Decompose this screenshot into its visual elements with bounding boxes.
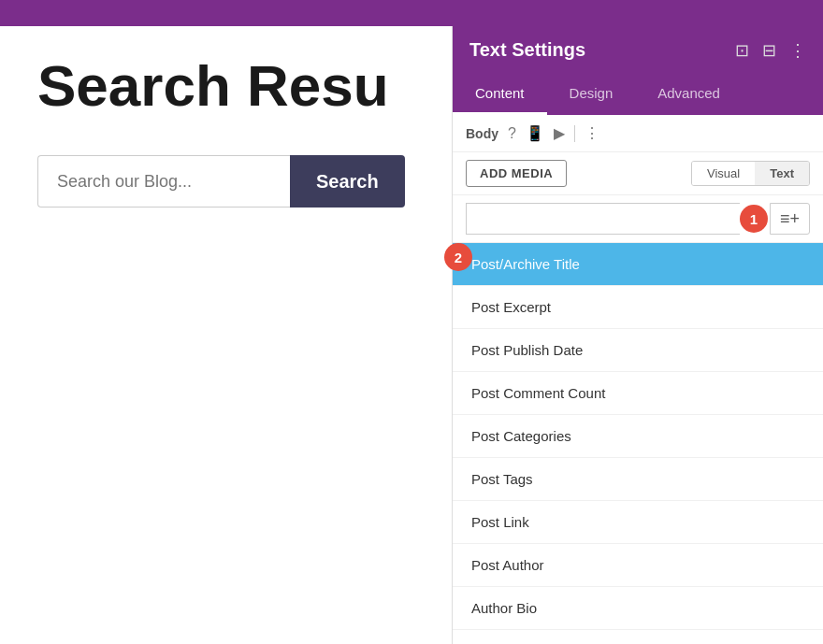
toolbar-separator xyxy=(574,125,575,142)
search-bar: Search xyxy=(37,155,412,208)
list-item[interactable]: Author Bio xyxy=(453,587,823,630)
page-title: Search Resu xyxy=(37,54,412,118)
text-input-row: 1 ≡+ xyxy=(453,195,823,243)
step-1-badge: 1 xyxy=(740,205,768,233)
list-item[interactable]: Post Tags xyxy=(453,458,823,501)
more-options-icon[interactable]: ⋮ xyxy=(585,124,599,142)
panel-title: Text Settings xyxy=(469,39,585,61)
visual-tab[interactable]: Visual xyxy=(692,162,755,185)
help-icon[interactable]: ? xyxy=(508,125,516,142)
panel-header-icons: ⊡ ⊟ ⋮ xyxy=(735,40,806,61)
text-input-field[interactable] xyxy=(466,203,740,235)
list-item[interactable]: Post Link xyxy=(453,501,823,544)
tab-design[interactable]: Design xyxy=(547,74,636,115)
list-item[interactable]: Post Excerpt xyxy=(453,286,823,329)
panel-body: Body ? 📱 ▶ ⋮ ADD MEDIA Visual Text xyxy=(453,115,823,644)
fullscreen-icon[interactable]: ⊡ xyxy=(735,40,749,61)
insert-dynamic-tag-button[interactable]: ≡+ xyxy=(770,203,810,235)
page-content: Search Resu Search xyxy=(0,26,449,644)
editor-toolbar: ADD MEDIA Visual Text xyxy=(453,152,823,195)
list-item[interactable]: Post Categories xyxy=(453,415,823,458)
split-icon[interactable]: ⊟ xyxy=(762,40,776,61)
tab-advanced[interactable]: Advanced xyxy=(635,74,743,115)
toolbar-row: Body ? 📱 ▶ ⋮ xyxy=(453,115,823,152)
dropdown-list: Post/Archive Title Post Excerpt Post Pub… xyxy=(453,243,823,644)
add-media-button[interactable]: ADD MEDIA xyxy=(466,160,567,187)
panel-tabs: Content Design Advanced xyxy=(453,74,823,115)
tag-icon: ≡+ xyxy=(780,209,800,229)
search-input[interactable] xyxy=(37,155,290,208)
toolbar-label: Body xyxy=(466,126,498,141)
list-item[interactable]: Post Author xyxy=(453,544,823,587)
editor-view-tabs: Visual Text xyxy=(691,161,810,186)
search-button[interactable]: Search xyxy=(290,155,405,208)
more-icon[interactable]: ⋮ xyxy=(789,40,806,61)
tab-content[interactable]: Content xyxy=(453,74,547,115)
top-bar xyxy=(0,0,823,26)
list-item[interactable]: Post Publish Date xyxy=(453,329,823,372)
settings-panel: Text Settings ⊡ ⊟ ⋮ Content Design Advan… xyxy=(452,26,823,644)
list-item[interactable]: Post/Archive Title xyxy=(453,243,823,286)
text-tab[interactable]: Text xyxy=(755,162,809,185)
list-item[interactable]: Post Comment Count xyxy=(453,372,823,415)
mobile-icon[interactable]: 📱 xyxy=(526,124,544,142)
list-item[interactable]: Site Title xyxy=(453,630,823,644)
step-2-badge: 2 xyxy=(444,243,472,271)
cursor-icon[interactable]: ▶ xyxy=(554,124,565,142)
panel-header: Text Settings ⊡ ⊟ ⋮ xyxy=(453,26,823,74)
